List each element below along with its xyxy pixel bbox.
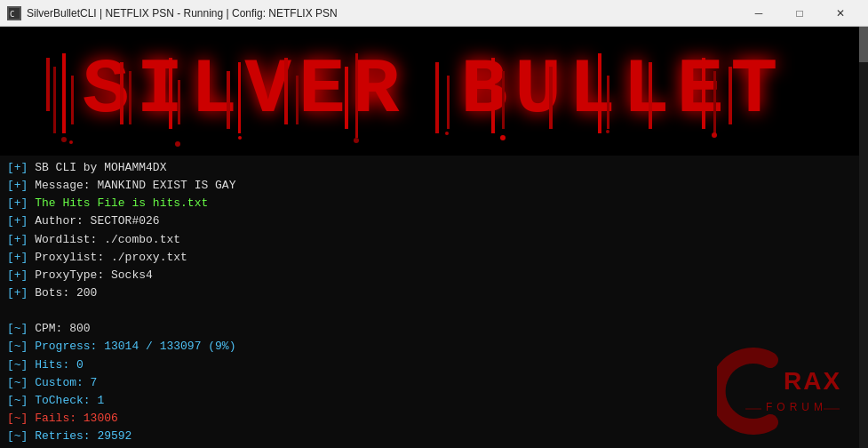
text-progress: Progress: 13014 / 133097 (9%)	[28, 338, 235, 356]
line-message: [+] Message: MANKIND EXIST IS GAY	[7, 177, 861, 195]
line-author: [+] Author: SECTOR#026	[7, 212, 861, 230]
bracket-custom: [~]	[7, 374, 28, 392]
svg-rect-14	[284, 58, 288, 124]
svg-rect-5	[53, 67, 56, 133]
svg-point-37	[712, 132, 717, 138]
svg-rect-23	[598, 53, 601, 133]
app-icon: C	[7, 6, 21, 20]
svg-text:SILVER BULLET: SILVER BULLET	[83, 46, 785, 134]
svg-text:FORUM: FORUM	[766, 401, 827, 413]
minimize-button[interactable]: ─	[738, 0, 779, 27]
text-wordlist: Wordlist: ./combo.txt	[28, 231, 180, 249]
svg-point-33	[354, 138, 359, 143]
text-sb-cli: SB CLI by MOHAMM4DX	[28, 159, 166, 177]
bracket-fails: [~]	[7, 410, 28, 428]
svg-point-29	[61, 137, 67, 142]
text-author: Author: SECTOR#026	[28, 212, 159, 230]
bracket-6: [+]	[7, 249, 28, 267]
svg-rect-25	[649, 62, 652, 129]
text-hits: Hits: 0	[28, 356, 83, 374]
line-cpm: [~] CPM: 800	[7, 320, 861, 338]
svg-text:RAX: RAX	[784, 367, 841, 395]
watermark: RAX FORUM	[717, 347, 859, 439]
line-proxytype: [+] ProxyType: Socks4	[7, 267, 861, 284]
bracket-5: [+]	[7, 231, 28, 249]
svg-rect-28	[729, 67, 732, 124]
svg-rect-11	[178, 80, 180, 124]
banner-area: SILVER BULLET	[0, 27, 868, 156]
maximize-button[interactable]: □	[779, 0, 820, 27]
svg-rect-16	[345, 67, 348, 129]
svg-point-34	[445, 132, 449, 135]
close-button[interactable]: ✕	[820, 0, 861, 27]
line-sb-cli: [+] SB CLI by MOHAMM4DX	[7, 159, 861, 177]
svg-rect-26	[702, 58, 705, 129]
text-custom: Custom: 7	[28, 374, 97, 392]
text-bots: Bots: 200	[28, 284, 97, 302]
bracket-4: [+]	[7, 212, 28, 230]
text-retries: Retries: 29592	[28, 428, 131, 445]
bracket-tocheck: [~]	[7, 392, 28, 410]
svg-point-30	[69, 140, 73, 144]
svg-rect-4	[46, 58, 50, 111]
blank-line	[7, 302, 861, 320]
svg-rect-15	[296, 76, 299, 124]
scrollbar[interactable]	[859, 27, 868, 448]
svg-text:C: C	[10, 10, 14, 19]
svg-rect-27	[713, 71, 716, 133]
line-proxylist: [+] Proxylist: ./proxy.txt	[7, 249, 861, 267]
svg-rect-19	[447, 76, 450, 129]
svg-rect-13	[238, 62, 241, 133]
line-hits-file: [+] The Hits File is hits.txt	[7, 195, 861, 212]
terminal-window: SILVER BULLET	[0, 27, 868, 448]
bracket-retries: [~]	[7, 428, 28, 445]
scrollbar-thumb[interactable]	[859, 27, 868, 62]
svg-point-31	[175, 141, 180, 147]
svg-point-36	[606, 130, 609, 133]
bracket-1: [+]	[7, 159, 28, 177]
text-message: Message: MANKIND EXIST IS GAY	[28, 177, 235, 195]
svg-rect-7	[71, 76, 74, 124]
svg-rect-10	[169, 58, 172, 129]
svg-point-35	[500, 135, 506, 140]
banner-svg: SILVER BULLET	[0, 27, 868, 156]
svg-rect-6	[62, 53, 66, 133]
svg-rect-21	[502, 71, 505, 129]
line-wordlist: [+] Wordlist: ./combo.txt	[7, 231, 861, 249]
text-proxylist: Proxylist: ./proxy.txt	[28, 249, 187, 267]
bracket-7: [+]	[7, 267, 28, 284]
text-tocheck: ToCheck: 1	[28, 392, 104, 410]
window-controls: ─ □ ✕	[738, 0, 861, 27]
svg-rect-18	[435, 62, 439, 133]
bracket-3: [+]	[7, 195, 28, 212]
svg-rect-20	[491, 58, 495, 133]
svg-rect-17	[355, 53, 358, 138]
window-title: SilverBulletCLI | NETFLIX PSN - Running …	[27, 7, 738, 20]
bracket-cpm: [~]	[7, 320, 28, 338]
svg-rect-9	[129, 71, 131, 124]
svg-rect-8	[120, 62, 123, 124]
bracket-8: [+]	[7, 284, 28, 302]
svg-rect-12	[227, 71, 230, 129]
titlebar: C SilverBulletCLI | NETFLIX PSN - Runnin…	[0, 0, 868, 27]
text-proxytype: ProxyType: Socks4	[28, 267, 152, 284]
svg-point-32	[238, 136, 242, 140]
text-hits-file: The Hits File is hits.txt	[28, 195, 208, 212]
svg-rect-24	[607, 76, 609, 129]
line-bots: [+] Bots: 200	[7, 284, 861, 302]
bracket-2: [+]	[7, 177, 28, 195]
bracket-hits: [~]	[7, 356, 28, 374]
bracket-progress: [~]	[7, 338, 28, 356]
text-fails: Fails: 13006	[28, 410, 117, 428]
text-cpm: CPM: 800	[28, 320, 90, 338]
svg-rect-22	[549, 67, 553, 129]
